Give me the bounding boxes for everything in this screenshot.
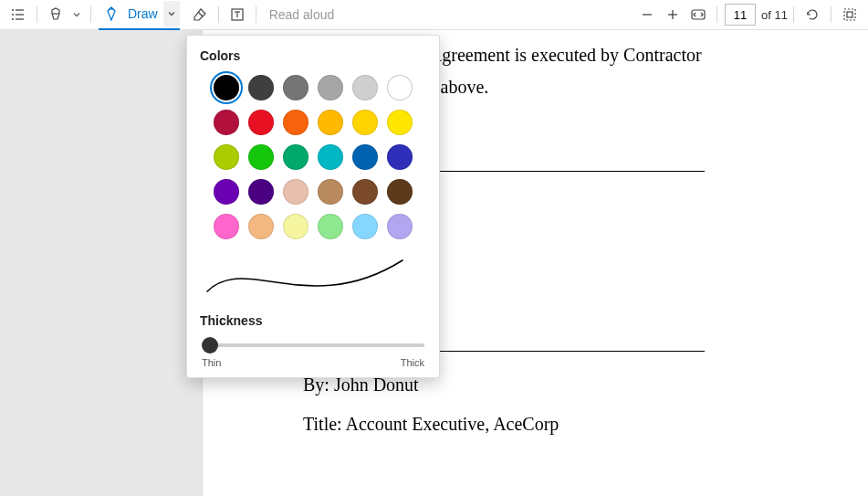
color-swatch[interactable] — [283, 75, 309, 100]
slider-max-label: Thick — [401, 357, 424, 368]
color-swatch[interactable] — [318, 179, 343, 205]
color-swatch[interactable] — [318, 110, 343, 135]
stroke-preview — [200, 255, 426, 297]
text-icon[interactable] — [225, 2, 250, 27]
separator — [831, 6, 831, 23]
color-swatch[interactable] — [283, 144, 309, 170]
color-swatch[interactable] — [318, 75, 343, 100]
color-swatch[interactable] — [283, 179, 309, 205]
separator — [37, 6, 37, 23]
color-swatch[interactable] — [387, 110, 413, 135]
page-number-input[interactable] — [725, 4, 756, 26]
color-swatch[interactable] — [352, 110, 378, 135]
contents-icon[interactable] — [5, 2, 31, 27]
slider-thumb[interactable] — [202, 337, 218, 354]
color-swatch[interactable] — [318, 214, 343, 239]
color-swatch[interactable] — [248, 144, 274, 170]
page-total-label: of 11 — [761, 8, 788, 22]
color-swatch[interactable] — [248, 110, 274, 135]
color-swatch[interactable] — [214, 144, 239, 170]
color-swatch[interactable] — [352, 214, 378, 239]
slider-min-label: Thin — [202, 357, 221, 368]
color-swatch[interactable] — [387, 179, 413, 205]
color-swatch[interactable] — [387, 214, 413, 239]
erase-icon[interactable] — [187, 2, 213, 27]
svg-point-4 — [12, 18, 14, 20]
draw-tool-group: Draw — [99, 0, 180, 30]
color-swatch[interactable] — [352, 144, 378, 170]
color-swatch[interactable] — [248, 75, 274, 100]
highlighter-options-chevron[interactable] — [68, 2, 85, 27]
color-swatch[interactable] — [214, 110, 239, 135]
zoom-in-icon[interactable] — [660, 2, 685, 27]
fit-width-icon[interactable] — [685, 2, 711, 27]
color-swatch[interactable] — [387, 144, 413, 170]
thickness-slider[interactable] — [202, 335, 424, 355]
doc-title-line: Title: Account Executive, AceCorp — [303, 411, 846, 438]
svg-line-8 — [198, 12, 203, 16]
color-swatch[interactable] — [352, 179, 378, 205]
color-swatch[interactable] — [214, 75, 239, 100]
draw-options-chevron[interactable] — [163, 1, 180, 26]
colors-heading: Colors — [200, 48, 430, 63]
color-swatch[interactable] — [214, 179, 239, 205]
color-swatch[interactable] — [248, 179, 274, 205]
page-view-icon[interactable] — [837, 2, 863, 27]
draw-label[interactable]: Draw — [128, 6, 158, 21]
separator — [218, 6, 219, 23]
svg-rect-16 — [844, 9, 855, 20]
color-swatch[interactable] — [387, 75, 413, 100]
separator — [256, 6, 256, 23]
read-aloud-button[interactable]: Read aloud — [269, 7, 335, 22]
svg-rect-17 — [847, 12, 852, 17]
highlighter-icon[interactable] — [43, 2, 68, 27]
color-swatch[interactable] — [283, 110, 309, 135]
svg-point-0 — [12, 9, 14, 11]
slider-track — [202, 343, 424, 347]
color-swatch[interactable] — [214, 214, 239, 239]
draw-options-panel: Colors Thickness Thin Thick — [186, 35, 440, 378]
separator — [793, 6, 794, 23]
rotate-icon[interactable] — [800, 2, 825, 27]
thickness-heading: Thickness — [200, 313, 430, 328]
color-swatch-grid — [196, 72, 430, 242]
separator — [716, 6, 717, 23]
color-swatch[interactable] — [352, 75, 378, 100]
color-swatch[interactable] — [283, 214, 309, 239]
draw-pen-icon[interactable] — [99, 1, 124, 26]
color-swatch[interactable] — [318, 144, 343, 170]
separator — [90, 6, 91, 23]
color-swatch[interactable] — [248, 214, 274, 239]
zoom-out-icon[interactable] — [634, 2, 660, 27]
svg-point-2 — [12, 14, 14, 16]
pdf-toolbar: Draw Read aloud of 11 — [0, 0, 868, 30]
